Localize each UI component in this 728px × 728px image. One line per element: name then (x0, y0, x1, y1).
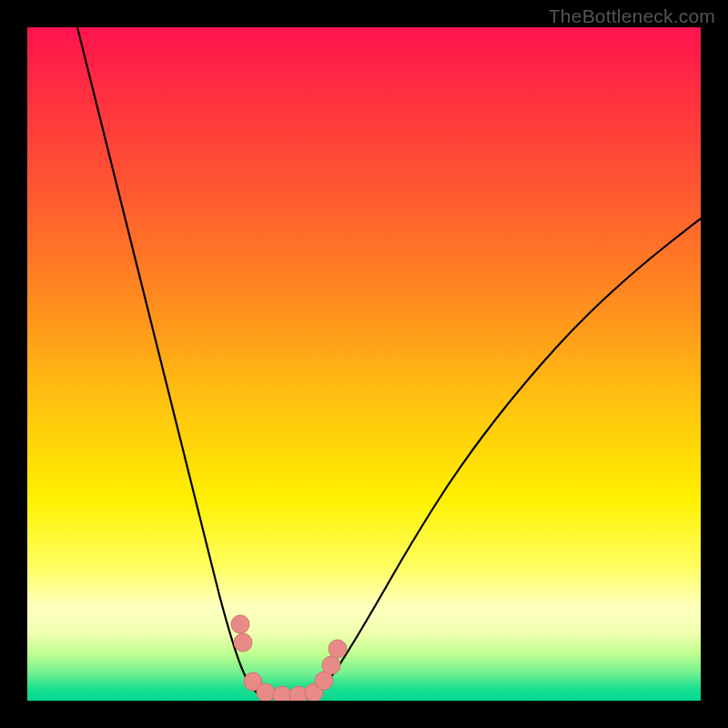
marker-dot (322, 656, 340, 674)
marker-dot (234, 633, 252, 652)
bottleneck-curve (77, 27, 701, 697)
marker-dot (257, 683, 275, 701)
right-curve (314, 218, 701, 696)
watermark-text: TheBottleneck.com (549, 5, 715, 27)
left-curve (77, 27, 262, 696)
pink-markers (231, 615, 347, 701)
marker-dot (231, 615, 249, 633)
chart-plot-area (27, 27, 701, 701)
marker-dot (273, 686, 291, 701)
marker-dot (329, 640, 347, 658)
chart-svg (27, 27, 701, 701)
